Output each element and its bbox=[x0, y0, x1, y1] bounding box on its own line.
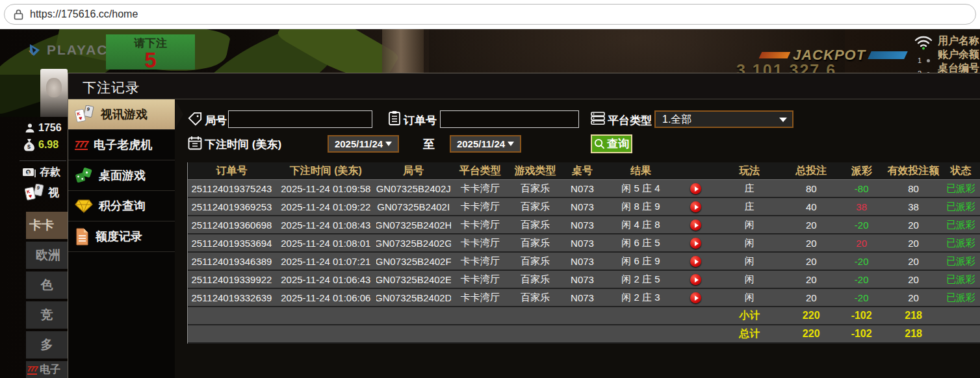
cell-replay bbox=[678, 289, 714, 306]
subtotal-row-cell bbox=[276, 307, 376, 324]
modal-sidebar: 9 K♥ 视讯游戏 777 电子老虎机 桌面游戏 bbox=[68, 99, 175, 378]
table-cell: 庄 bbox=[714, 180, 785, 197]
table-cell: 百家乐 bbox=[509, 198, 561, 215]
column-header: 桌号 bbox=[561, 162, 604, 179]
grand-total-row-cell: -102 bbox=[837, 325, 886, 342]
username-label: 用户名称 bbox=[938, 34, 979, 48]
table-cell: 20 bbox=[886, 289, 941, 306]
table-cell: 251124019332639 bbox=[188, 289, 276, 306]
order-number-label: 订单号 bbox=[404, 113, 437, 128]
table-cell: -80 bbox=[837, 180, 886, 197]
chevron-down-icon bbox=[779, 118, 787, 122]
replay-button[interactable] bbox=[690, 201, 701, 212]
table-cell: GN07325B2402H bbox=[376, 216, 451, 233]
subtotal-row-cell bbox=[678, 307, 714, 324]
sidebar-item-points[interactable]: 积分查询 bbox=[68, 191, 175, 221]
table-cell: GN07325B2402E bbox=[376, 271, 451, 288]
table-cell: 251124019360698 bbox=[188, 216, 276, 233]
replay-button[interactable] bbox=[690, 220, 701, 231]
date-range-to-label: 至 bbox=[423, 136, 435, 152]
subtotal-row-cell bbox=[509, 307, 561, 324]
date-to-select[interactable]: 2025/11/24 bbox=[450, 135, 521, 153]
round-number-label: 局号 bbox=[205, 113, 227, 128]
cell-replay bbox=[678, 180, 714, 197]
date-from-select[interactable]: 2025/11/24 bbox=[328, 135, 399, 153]
diamond-icon bbox=[75, 199, 93, 213]
user-icon bbox=[25, 123, 35, 133]
deposit-button[interactable]: $ 存款 bbox=[22, 166, 60, 179]
table-cell: 2025-11-24 01:06:43 bbox=[276, 271, 376, 288]
lobby-tab-kaka[interactable]: 卡卡 bbox=[26, 212, 68, 239]
balance-label: 账户余额 bbox=[938, 48, 979, 62]
table-cell: 闲 bbox=[714, 234, 785, 251]
search-button[interactable]: 查询 bbox=[591, 134, 632, 153]
cards-icon: 9 K♥ bbox=[25, 184, 45, 201]
sidebar-item-video-games[interactable]: 9 K♥ 视讯游戏 bbox=[68, 99, 175, 130]
table-cell: 38 bbox=[837, 198, 886, 215]
column-header: 玩法 bbox=[714, 162, 785, 179]
sidebar-item-table-games[interactable]: 桌面游戏 bbox=[68, 160, 175, 191]
grand-total-row-cell: 总计 bbox=[714, 325, 785, 342]
subtotal-row-cell bbox=[561, 307, 604, 324]
sidebar-item-quota[interactable]: 额度记录 bbox=[68, 221, 175, 252]
replay-button[interactable] bbox=[690, 256, 701, 267]
calendar-icon bbox=[188, 136, 202, 150]
replay-button[interactable] bbox=[690, 238, 701, 249]
bet-countdown-box: 请下注 5 bbox=[106, 34, 195, 69]
table-row: 2511240193692532025-11-24 01:09:22GN0732… bbox=[188, 198, 980, 216]
table-cell: GN07325B2402F bbox=[376, 253, 451, 270]
round-number-input[interactable] bbox=[228, 110, 372, 128]
url-bar[interactable]: https://175616.cc/home bbox=[4, 4, 976, 25]
lobby-tab-europe[interactable]: 欧洲 bbox=[26, 242, 68, 269]
countdown-number: 5 bbox=[106, 51, 195, 70]
table-cell: -20 bbox=[837, 216, 886, 233]
table-cell: 20 bbox=[785, 216, 837, 233]
column-header: 总投注 bbox=[785, 162, 837, 179]
clipboard-icon bbox=[388, 110, 401, 126]
table-cell: 已派彩 bbox=[941, 234, 980, 251]
cell-replay bbox=[678, 216, 714, 233]
table-cell: 闲 8 庄 9 bbox=[603, 198, 678, 215]
replay-button[interactable] bbox=[690, 292, 701, 303]
column-header bbox=[678, 162, 714, 179]
replay-button[interactable] bbox=[690, 183, 701, 194]
video-games-shortcut[interactable]: 9 K♥ 视 bbox=[25, 184, 59, 201]
table-cell: 已派彩 bbox=[941, 198, 980, 215]
jackpot-bar-right bbox=[868, 51, 908, 59]
table-row: 2511240193326392025-11-24 01:06:06GN0732… bbox=[188, 289, 980, 307]
table-cell: 251124019353694 bbox=[188, 234, 276, 251]
date-to-value: 2025/11/24 bbox=[457, 138, 505, 149]
online-count: 1756 bbox=[25, 122, 62, 134]
bet-records-modal: 下注记录 9 K♥ 视讯游戏 777 电子老虎机 桌面游戏 bbox=[68, 73, 980, 378]
table-row: 2511240193536942025-11-24 01:08:01GN0732… bbox=[188, 234, 980, 253]
replay-button[interactable] bbox=[690, 274, 701, 285]
platform-type-select[interactable]: 1.全部 bbox=[654, 110, 793, 128]
subtotal-row-cell bbox=[603, 307, 678, 324]
table-cell: 80 bbox=[785, 180, 837, 197]
search-button-label: 查询 bbox=[607, 136, 629, 151]
table-cell: 百家乐 bbox=[509, 253, 561, 270]
sidebar-item-slots[interactable]: 777 电子老虎机 bbox=[68, 130, 175, 160]
table-cell: 卡卡湾厅 bbox=[451, 289, 509, 306]
svg-text:$: $ bbox=[27, 144, 31, 150]
lobby-tab-duo[interactable]: 多 bbox=[26, 331, 68, 359]
lobby-tab-sedie[interactable]: 色 bbox=[26, 271, 68, 299]
platform-type-value: 1.全部 bbox=[662, 114, 691, 125]
table-cell: -20 bbox=[837, 271, 886, 288]
column-header: 结果 bbox=[603, 162, 678, 179]
sidebar-item-label: 额度记录 bbox=[96, 229, 142, 244]
cell-replay bbox=[678, 234, 714, 251]
table-cell: N073 bbox=[561, 253, 604, 270]
subtotal-row-cell: -102 bbox=[837, 307, 886, 324]
grand-total-row-cell: 220 bbox=[785, 325, 837, 342]
table-cell: 百家乐 bbox=[509, 289, 561, 306]
subtotal-row-cell: 218 bbox=[886, 307, 941, 324]
order-number-input[interactable] bbox=[440, 110, 579, 128]
lobby-tab-jing[interactable]: 竞 bbox=[26, 301, 68, 329]
casino-background: PLAYACE 请下注 5 JACKPOT 3,101,327.6 1 2 用户… bbox=[0, 29, 980, 378]
grand-total-row-cell bbox=[509, 325, 561, 342]
table-cell: 闲 6 庄 9 bbox=[603, 253, 678, 270]
svg-text:$: $ bbox=[27, 169, 31, 175]
lobby-tab-slots[interactable]: 777 电子 bbox=[26, 361, 68, 378]
table-cell: 20 bbox=[837, 234, 886, 251]
